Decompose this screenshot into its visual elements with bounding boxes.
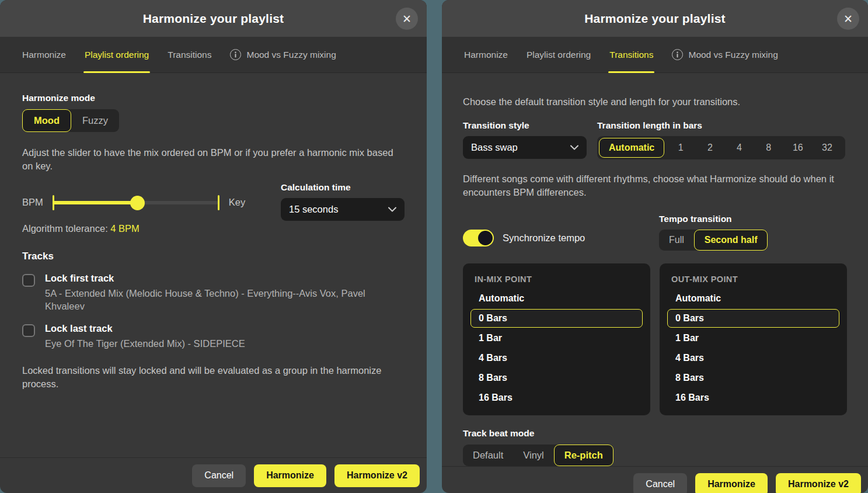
track-beat-mode-label: Track beat mode: [463, 428, 847, 439]
cancel-button[interactable]: Cancel: [633, 473, 687, 493]
slider-right-endbar: [218, 195, 219, 210]
lock-last-track-label: Lock last track: [45, 323, 245, 334]
in-mix-point-box: IN-MIX POINT Automatic 0 Bars 1 Bar 4 Ba…: [463, 263, 650, 415]
mode-option-mood[interactable]: Mood: [22, 109, 71, 132]
cancel-button[interactable]: Cancel: [192, 464, 246, 487]
bpm-key-slider[interactable]: [53, 195, 219, 210]
harmonize-mode-toggle: Mood Fuzzy: [22, 109, 119, 132]
synchronize-tempo-row: Synchronize tempo: [463, 230, 659, 251]
locked-transitions-note: Locked transitions will stay locked and …: [22, 364, 400, 391]
tolerance-value: 4 BPM: [110, 223, 140, 234]
tempo-option-full[interactable]: Full: [659, 230, 694, 250]
harmonize-dialog-transitions: Harmonize your playlist ✕ Harmonize Play…: [442, 0, 868, 493]
algorithm-tolerance: Algorithm tolerance: 4 BPM: [22, 223, 281, 234]
out-mix-point-box: OUT-MIX POINT Automatic 0 Bars 1 Bar 4 B…: [660, 263, 847, 415]
beat-option-vinyl[interactable]: Vinyl: [513, 445, 553, 466]
mode-option-fuzzy[interactable]: Fuzzy: [71, 110, 119, 131]
synchronize-tempo-toggle[interactable]: [463, 230, 494, 246]
tab-transitions[interactable]: Transitions: [600, 37, 663, 72]
out-mix-option-0-bars[interactable]: 0 Bars: [667, 309, 839, 328]
in-mix-option-16-bars[interactable]: 16 Bars: [470, 388, 643, 407]
dialog-title: Harmonize your playlist: [584, 12, 726, 26]
chevron-down-icon: [570, 145, 578, 150]
dialog-footer: Cancel Harmonize Harmonize v2: [0, 457, 427, 493]
close-icon: ✕: [402, 13, 412, 25]
harmonize-v2-button[interactable]: Harmonize v2: [776, 473, 861, 493]
tab-harmonize[interactable]: Harmonize: [13, 37, 75, 72]
tab-mood-vs-fuzzy[interactable]: Mood vs Fuzzy mixing: [663, 37, 787, 72]
tolerance-label: Algorithm tolerance:: [22, 223, 108, 234]
dialog-tabbar: Harmonize Playlist ordering Transitions …: [442, 37, 868, 73]
out-mix-point-heading: OUT-MIX POINT: [671, 275, 839, 284]
in-mix-option-4-bars[interactable]: 4 Bars: [470, 349, 643, 367]
calculation-time-value: 15 seconds: [289, 204, 338, 215]
chevron-down-icon: [388, 207, 396, 212]
toggle-knob: [478, 231, 493, 245]
track-beat-mode-selector: Default Vinyl Re-pitch: [463, 445, 613, 466]
in-mix-option-0-bars[interactable]: 0 Bars: [470, 309, 643, 328]
length-option-4[interactable]: 4: [724, 137, 754, 158]
length-option-2[interactable]: 2: [695, 137, 724, 158]
tab-mood-vs-fuzzy[interactable]: Mood vs Fuzzy mixing: [221, 37, 345, 72]
beat-option-default[interactable]: Default: [463, 445, 513, 466]
harmonize-button[interactable]: Harmonize: [254, 464, 326, 487]
dialog-footer: Cancel Harmonize Harmonize v2: [442, 466, 868, 493]
beat-option-repitch[interactable]: Re-pitch: [554, 445, 613, 466]
in-mix-option-automatic[interactable]: Automatic: [470, 289, 643, 308]
transition-length-label: Transition length in bars: [597, 120, 847, 131]
lock-last-track-checkbox[interactable]: [22, 324, 35, 337]
bpm-differences-description: Different songs come with different rhyt…: [463, 172, 847, 199]
slider-key-label: Key: [229, 197, 245, 208]
tab-playlist-ordering[interactable]: Playlist ordering: [75, 37, 158, 72]
out-mix-option-1-bar[interactable]: 1 Bar: [667, 329, 839, 348]
transition-style-label: Transition style: [463, 120, 597, 131]
slider-thumb[interactable]: [130, 196, 145, 210]
in-mix-option-1-bar[interactable]: 1 Bar: [470, 329, 643, 348]
close-button[interactable]: ✕: [837, 8, 859, 30]
tab-playlist-ordering[interactable]: Playlist ordering: [517, 37, 600, 72]
out-mix-option-16-bars[interactable]: 16 Bars: [667, 388, 839, 407]
tempo-option-second-half[interactable]: Second half: [694, 230, 768, 251]
tempo-transition-label: Tempo transition: [659, 214, 768, 224]
length-option-1[interactable]: 1: [666, 137, 695, 158]
info-icon: [230, 49, 241, 60]
last-track-description: Eye Of The Tiger (Extended Mix) - SIDEPI…: [45, 337, 245, 350]
tab-transitions[interactable]: Transitions: [158, 37, 221, 72]
playlist-ordering-content: Harmonize mode Mood Fuzzy Adjust the sli…: [0, 73, 427, 457]
transition-style-value: Bass swap: [471, 142, 518, 153]
length-option-8[interactable]: 8: [754, 137, 783, 158]
lock-last-track-row: Lock last track Eye Of The Tiger (Extend…: [22, 323, 405, 350]
harmonize-v2-button[interactable]: Harmonize v2: [334, 464, 420, 487]
transitions-intro: Choose the default transition style and …: [463, 95, 847, 109]
out-mix-option-4-bars[interactable]: 4 Bars: [667, 349, 839, 367]
close-icon: ✕: [843, 13, 853, 25]
tab-harmonize[interactable]: Harmonize: [455, 37, 517, 72]
lock-first-track-row: Lock first track 5A - Extended Mix (Melo…: [22, 273, 405, 313]
transition-length-selector: Automatic 1 2 4 8 16 32: [597, 136, 845, 159]
lock-first-track-checkbox[interactable]: [22, 274, 35, 287]
in-mix-point-heading: IN-MIX POINT: [475, 275, 643, 284]
transition-style-select[interactable]: Bass swap: [463, 136, 587, 159]
dialog-header: Harmonize your playlist ✕: [0, 0, 427, 37]
close-button[interactable]: ✕: [396, 8, 418, 30]
lock-first-track-label: Lock first track: [45, 273, 402, 284]
calculation-time-select[interactable]: 15 seconds: [281, 198, 405, 221]
dialog-title: Harmonize your playlist: [143, 12, 284, 26]
harmonize-mode-label: Harmonize mode: [22, 93, 405, 103]
out-mix-option-automatic[interactable]: Automatic: [667, 289, 839, 308]
out-mix-option-8-bars[interactable]: 8 Bars: [667, 369, 839, 387]
in-mix-option-8-bars[interactable]: 8 Bars: [470, 369, 643, 387]
length-option-16[interactable]: 16: [783, 137, 813, 158]
slider-left-endbar: [53, 195, 54, 210]
length-option-32[interactable]: 32: [813, 137, 842, 158]
length-option-automatic[interactable]: Automatic: [599, 138, 664, 158]
slider-bpm-label: BPM: [22, 197, 43, 208]
transitions-content: Choose the default transition style and …: [442, 73, 868, 466]
info-icon: [672, 49, 683, 60]
tracks-heading: Tracks: [22, 251, 405, 262]
dialog-tabbar: Harmonize Playlist ordering Transitions …: [0, 37, 427, 73]
slider-fill: [54, 201, 138, 204]
harmonize-dialog-playlist-ordering: Harmonize your playlist ✕ Harmonize Play…: [0, 0, 427, 493]
dialog-header: Harmonize your playlist ✕: [442, 0, 868, 37]
harmonize-button[interactable]: Harmonize: [695, 473, 768, 493]
